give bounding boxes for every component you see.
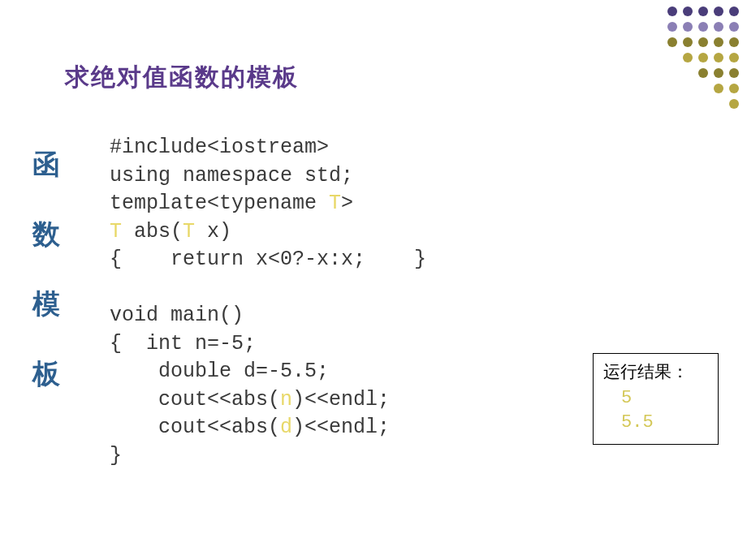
code-line: { int n=-5;	[110, 332, 256, 355]
var-n: n	[280, 388, 292, 411]
code-line: )<<endl;	[292, 388, 390, 411]
code-line: x)	[195, 220, 231, 243]
return-type: T	[110, 220, 122, 243]
sidebar-char-2: 数	[32, 216, 60, 253]
code-line: #include<iostream>	[110, 136, 329, 159]
template-type-param: T	[329, 192, 341, 215]
code-line: double d=-5.5;	[110, 360, 329, 383]
sidebar-char-1: 函	[32, 146, 60, 183]
code-line: cout<<abs(	[110, 388, 280, 411]
sidebar-char-4: 板	[32, 355, 60, 393]
code-line: }	[110, 444, 122, 467]
code-line: void main()	[110, 304, 244, 327]
code-line: template<typename	[110, 192, 329, 215]
code-block: #include<iostream> using namespace std; …	[110, 134, 426, 470]
var-d: d	[280, 416, 292, 439]
code-line: )<<endl;	[292, 416, 390, 439]
param-type: T	[183, 220, 195, 243]
sidebar-vertical-label: 函 数 模 板	[32, 146, 60, 393]
decoration-dots	[667, 6, 739, 114]
code-line: >	[341, 192, 353, 215]
slide-title: 求绝对值函数的模板	[65, 61, 299, 94]
code-line: abs(	[122, 220, 183, 243]
result-value-1: 5	[621, 386, 703, 411]
sidebar-char-3: 模	[32, 286, 60, 323]
result-label: 运行结果：	[603, 360, 703, 383]
code-line: cout<<abs(	[110, 416, 280, 439]
code-line: { return x<0?-x:x; }	[110, 248, 426, 271]
output-result-box: 运行结果： 5 5.5	[593, 353, 719, 445]
code-line: using namespace std;	[110, 164, 353, 187]
result-value-2: 5.5	[621, 411, 703, 435]
